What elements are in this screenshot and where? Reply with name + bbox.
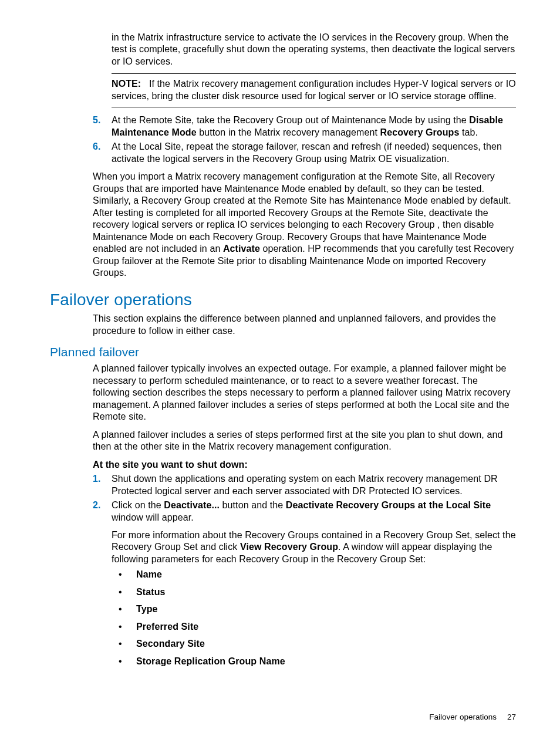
bullet-item: Secondary Site (112, 638, 516, 650)
list-item: 1. Shut down the applications and operat… (93, 473, 516, 497)
page-footer: Failover operations27 (429, 713, 516, 721)
import-paragraph: When you import a Matrix recovery manage… (93, 171, 516, 279)
pstep1-text: Shut down the applications and operating… (112, 474, 498, 495)
h1-paragraph: This section explains the difference bet… (93, 313, 516, 337)
bold-lead-in: At the site you want to shut down: (93, 459, 516, 471)
h2-paragraph-1: A planned failover typically involves an… (93, 363, 516, 423)
numbered-list-top: 5. At the Remote Site, take the Recovery… (50, 114, 516, 165)
step5-t2: button in the Matrix recovery management (197, 127, 380, 137)
footer-page-number: 27 (507, 713, 516, 721)
list-item: 6. At the Local Site, repeat the storage… (93, 141, 516, 165)
note-label: NOTE: (112, 79, 141, 89)
heading-failover-operations: Failover operations (50, 291, 516, 309)
list-number: 5. (93, 114, 101, 126)
bullet-item: Type (112, 603, 516, 615)
pstep2-b2: Deactivate Recovery Groups at the Local … (286, 500, 491, 510)
note-text: If the Matrix recovery management config… (112, 79, 516, 100)
pstep2-t2: button and the (220, 500, 286, 510)
step5-t3: tab. (459, 127, 478, 137)
step5-b2: Recovery Groups (380, 127, 460, 137)
pstep2-sub-b1: View Recovery Group (240, 542, 338, 552)
bullet-item: Status (112, 586, 516, 598)
numbered-list-planned: 1. Shut down the applications and operat… (50, 473, 516, 565)
step6-text: At the Local Site, repeat the storage fa… (112, 141, 502, 163)
bullet-item: Preferred Site (112, 621, 516, 633)
note-block: NOTE: If the Matrix recovery management … (112, 73, 516, 107)
bullet-item: Name (112, 569, 516, 580)
list-item: 2. Click on the Deactivate... button and… (93, 499, 516, 565)
bullet-list: Name Status Type Preferred Site Secondar… (50, 569, 516, 667)
list-item: 5. At the Remote Site, take the Recovery… (93, 114, 516, 139)
step5-t1: At the Remote Site, take the Recovery Gr… (112, 115, 469, 125)
list-number: 1. (93, 473, 101, 485)
footer-section: Failover operations (429, 713, 497, 721)
import-b1: Activate (223, 244, 260, 254)
heading-planned-failover: Planned failover (50, 345, 516, 359)
pstep2-subpara: For more information about the Recovery … (112, 529, 516, 565)
pstep2-t1: Click on the (112, 500, 164, 510)
pstep2-b1: Deactivate... (164, 500, 220, 510)
list-number: 6. (93, 141, 101, 153)
page-container: in the Matrix infrastructure service to … (0, 0, 560, 746)
intro-paragraph: in the Matrix infrastructure service to … (112, 32, 516, 67)
bullet-item: Storage Replication Group Name (112, 656, 516, 667)
pstep2-t3: window will appear. (112, 512, 194, 522)
list-number: 2. (93, 499, 101, 511)
import-t1: When you import a Matrix recovery manage… (93, 171, 511, 254)
h2-paragraph-2: A planned failover includes a series of … (93, 429, 516, 453)
